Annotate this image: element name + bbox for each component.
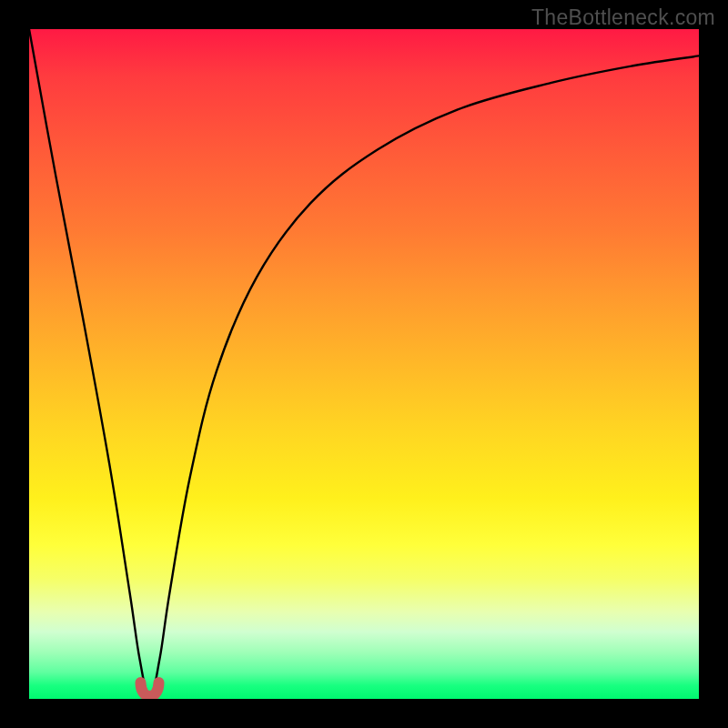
bottleneck-curve [29, 29, 699, 699]
watermark-text: TheBottleneck.com [531, 5, 715, 30]
plot-area [29, 29, 699, 699]
curve-layer [29, 29, 699, 699]
valley-bump [141, 682, 159, 696]
chart-frame: TheBottleneck.com [0, 0, 728, 728]
